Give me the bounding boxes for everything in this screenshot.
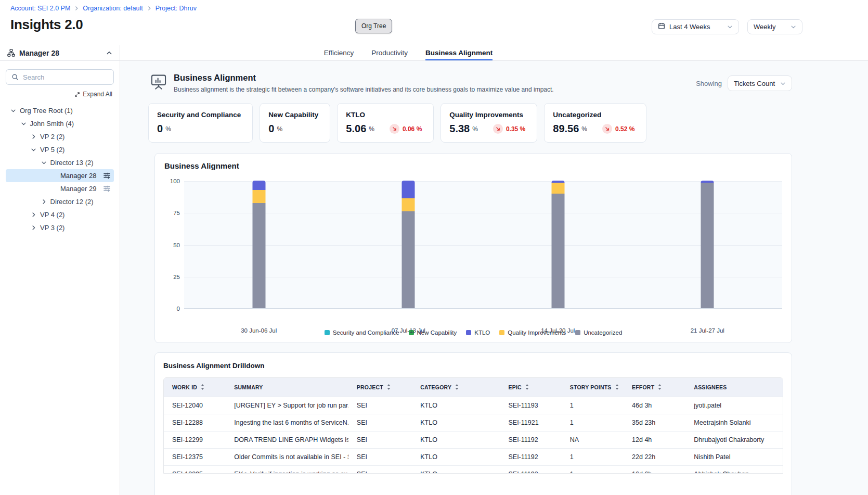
cell-effort: 22d 22h xyxy=(624,449,685,466)
kpi-value: 0 xyxy=(157,123,163,135)
breadcrumb-item-organization[interactable]: Organization: default xyxy=(83,5,142,12)
column-header-project[interactable]: PROJECT xyxy=(348,378,412,397)
cell-epic: SEI-11193 xyxy=(500,397,561,414)
tree-item-org-tree-root-1[interactable]: Org Tree Root (1) xyxy=(6,104,114,117)
chevron-down-icon[interactable] xyxy=(10,108,20,113)
trend-down-icon xyxy=(390,124,399,134)
tree-item-vp-2-2[interactable]: VP 2 (2) xyxy=(6,130,114,143)
gridline xyxy=(184,245,782,246)
cell-effort: 12d 4h xyxy=(624,431,685,449)
column-header-work-id[interactable]: WORK ID xyxy=(164,378,226,397)
bar-14-jul-20-jul[interactable] xyxy=(551,181,564,308)
bar-segment-quality-improvements xyxy=(551,183,564,194)
cell-project: SEI xyxy=(348,466,412,474)
legend-swatch xyxy=(466,330,471,335)
tree-item-john-smith-4[interactable]: John Smith (4) xyxy=(6,117,114,130)
column-header-summary[interactable]: SUMMARY xyxy=(226,378,348,397)
kpi-label: Quality Improvements xyxy=(449,111,525,119)
search-input[interactable] xyxy=(23,73,108,81)
tree-item-vp-4-2[interactable]: VP 4 (2) xyxy=(6,208,114,221)
tree-item-manager-29[interactable]: Manager 29 xyxy=(6,182,114,195)
tree-item-manager-28[interactable]: Manager 28 xyxy=(6,169,114,182)
sort-icon[interactable] xyxy=(615,384,619,390)
x-axis-label: 07 Jul-13 Jul xyxy=(392,327,425,334)
cell-project: SEI xyxy=(348,449,412,466)
kpi-value: 0 xyxy=(268,123,274,135)
cell-summary: EY > Verify if ingestion is working as e… xyxy=(226,466,348,474)
trend-down-icon xyxy=(602,124,612,134)
tree-item-label: VP 3 (2) xyxy=(40,224,64,232)
table-row[interactable]: SEI-12299DORA TREND LINE GRAPH Widgets i… xyxy=(164,431,783,449)
bar-07-jul-13-jul[interactable] xyxy=(402,181,415,308)
sort-icon[interactable] xyxy=(525,384,529,390)
cell-category: KTLO xyxy=(412,397,500,414)
tab-efficiency[interactable]: Efficiency xyxy=(324,45,354,60)
column-header-assignees[interactable]: ASSIGNEES xyxy=(685,378,783,397)
chevron-right-icon[interactable] xyxy=(31,134,40,139)
column-header-story-points[interactable]: STORY POINTS xyxy=(562,378,624,397)
collapse-sidebar-icon[interactable] xyxy=(106,50,112,56)
kpi-card-uncategorized: Uncategorized89.56%0.52 % xyxy=(544,103,646,143)
sort-icon[interactable] xyxy=(200,384,205,390)
y-axis-tick-label: 0 xyxy=(164,306,180,312)
column-header-category[interactable]: CATEGORY xyxy=(412,378,500,397)
legend-item-security-and-compliance[interactable]: Security and Compliance xyxy=(325,329,399,336)
chevron-down-icon[interactable] xyxy=(31,147,40,153)
kpi-value: 89.56 xyxy=(553,123,579,135)
drilldown-table-wrapper: WORK IDSUMMARYPROJECTCATEGORYEPICSTORY P… xyxy=(163,377,783,474)
cell-work-id: SEI-12288 xyxy=(164,414,226,431)
tab-productivity[interactable]: Productivity xyxy=(371,45,408,60)
sidebar-search[interactable] xyxy=(6,69,114,85)
kpi-delta-value: 0.52 % xyxy=(615,125,634,133)
cell-assignees: Nishith Patel xyxy=(685,449,783,466)
cell-story-points: NA xyxy=(562,431,624,449)
bar-segment-ktlo xyxy=(252,181,265,190)
tree-item-director-13-2[interactable]: Director 13 (2) xyxy=(6,156,114,169)
sort-icon[interactable] xyxy=(657,384,662,390)
x-axis-label: 21 Jul-27 Jul xyxy=(691,327,724,334)
granularity-select[interactable]: Weekly xyxy=(747,19,802,34)
org-tree-button[interactable]: Org Tree xyxy=(355,19,392,33)
kpi-label: KTLO xyxy=(346,111,422,119)
tree-item-director-12-2[interactable]: Director 12 (2) xyxy=(6,195,114,208)
bar-30-jun-06-jul[interactable] xyxy=(252,181,265,308)
column-header-effort[interactable]: EFFORT xyxy=(624,378,685,397)
table-row[interactable]: SEI-12040[URGENT] EY > Support for job r… xyxy=(164,397,783,414)
org-chart-icon xyxy=(7,49,15,57)
showing-select[interactable]: Tickets Count xyxy=(728,75,792,91)
cell-assignees: Abhishek Chauhan xyxy=(685,466,783,474)
content-area: Business Alignment Business alignment is… xyxy=(120,61,868,495)
chevron-down-icon[interactable] xyxy=(41,160,50,166)
chevron-right-icon[interactable] xyxy=(31,212,40,218)
table-row[interactable]: SEI-12395EY > Verify if ingestion is wor… xyxy=(164,466,783,474)
tree-item-vp-5-2[interactable]: VP 5 (2) xyxy=(6,143,114,156)
chevron-down-icon[interactable] xyxy=(21,121,30,126)
table-row[interactable]: SEI-12375Older Commits is not available … xyxy=(164,449,783,466)
chevron-right-icon[interactable] xyxy=(41,199,50,205)
gridline xyxy=(184,181,782,182)
table-row[interactable]: SEI-12288Ingesting the last 6 months of … xyxy=(164,414,783,431)
chevron-right-icon[interactable] xyxy=(31,225,40,231)
sort-icon[interactable] xyxy=(455,384,459,390)
cell-summary: Older Commits is not available in SEI - … xyxy=(226,449,348,466)
bar-21-jul-27-jul[interactable] xyxy=(701,181,714,308)
legend-item-ktlo[interactable]: KTLO xyxy=(466,329,490,336)
legend-item-uncategorized[interactable]: Uncategorized xyxy=(575,329,622,336)
tab-business-alignment[interactable]: Business Alignment xyxy=(425,45,493,60)
cell-work-id: SEI-12299 xyxy=(164,431,226,449)
cell-work-id: SEI-12040 xyxy=(164,397,226,414)
date-range-select[interactable]: Last 4 Weeks xyxy=(652,19,739,34)
column-header-epic[interactable]: EPIC xyxy=(500,378,561,397)
cell-story-points: 1 xyxy=(562,466,624,474)
tree-item-label: VP 2 (2) xyxy=(40,133,64,141)
sliders-icon[interactable] xyxy=(103,185,111,193)
showing-label: Showing xyxy=(696,80,722,87)
sort-icon[interactable] xyxy=(386,384,391,390)
breadcrumb-item-project[interactable]: Project: Dhruv xyxy=(156,5,197,12)
sliders-icon[interactable] xyxy=(103,172,111,180)
expand-all-button[interactable]: Expand All xyxy=(0,85,120,98)
column-header-label: EPIC xyxy=(508,384,521,390)
breadcrumb-item-account[interactable]: Account: SEI 2.0 PM xyxy=(10,5,70,12)
tree-item-vp-3-2[interactable]: VP 3 (2) xyxy=(6,221,114,234)
legend-label: Uncategorized xyxy=(584,329,622,336)
